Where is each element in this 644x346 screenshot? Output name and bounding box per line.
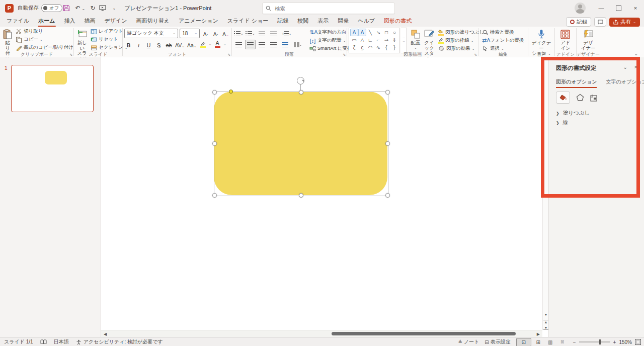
arrow-shape-icon[interactable]: ↘ (374, 29, 382, 36)
line-spacing-button[interactable]: ↕⌄ (280, 29, 294, 38)
triangle-shape-icon[interactable]: △ (358, 36, 366, 44)
decrease-indent-button[interactable] (257, 29, 267, 38)
reading-view-button[interactable]: ▥ (545, 338, 555, 346)
grow-font-button[interactable]: Aˆ (201, 29, 210, 37)
bullets-button[interactable]: ⌄ (233, 29, 244, 38)
shape-adjust-handle[interactable] (229, 90, 233, 94)
highlight-chevron-icon[interactable]: ⌄ (209, 42, 212, 46)
arrange-button[interactable]: 配置 ⌄ (409, 28, 422, 50)
notes-button[interactable]: ≜ ノート (458, 338, 479, 345)
right-brace-shape-icon[interactable]: } (390, 44, 398, 51)
zoom-in-button[interactable]: + (613, 339, 616, 345)
font-name-select[interactable]: 游ゴシック 本文 ⌄ (124, 29, 178, 38)
arc-shape-icon[interactable]: ◠ (366, 44, 374, 51)
oval-shape-icon[interactable]: ○ (390, 29, 398, 36)
comments-button[interactable] (594, 17, 606, 27)
find-replace-button[interactable]: 検索と置換 (481, 29, 525, 36)
font-color-button[interactable]: A (213, 40, 222, 48)
fill-section-header[interactable]: ❯ 塗りつぶし (556, 110, 590, 117)
bold-button[interactable]: B (124, 40, 133, 48)
copy-button[interactable]: コピー ⌄ (15, 36, 74, 43)
zoom-out-button[interactable]: − (573, 339, 576, 345)
collapse-ribbon-chevron-icon[interactable]: ⌄ (634, 51, 638, 56)
down-arrow-shape-icon[interactable]: ⇓ (390, 36, 398, 44)
align-left-button[interactable] (233, 40, 244, 49)
columns-button[interactable]: ⌄ (291, 40, 304, 49)
rectangle-shape-icon[interactable]: □ (382, 29, 390, 36)
redo-icon[interactable]: ↻ (87, 5, 98, 12)
save-icon[interactable] (63, 5, 74, 12)
align-center-button[interactable] (245, 40, 256, 49)
change-case-button[interactable]: Aa⌄ (187, 40, 197, 48)
italic-button[interactable]: I (134, 40, 143, 48)
resize-handle-top-right[interactable] (385, 90, 390, 95)
next-slide-icon[interactable]: ▼ (543, 326, 548, 330)
gallery-more-chevron-icon[interactable]: ⌄ (403, 38, 406, 43)
tab-record[interactable]: 記録 (273, 16, 293, 27)
tab-animations[interactable]: アニメーション (174, 16, 223, 27)
pane-tab-text-options[interactable]: 文字のオプション (606, 78, 644, 88)
numbering-button[interactable]: ⌄ (245, 29, 256, 38)
cut-button[interactable]: 切り取り (15, 28, 74, 35)
share-button[interactable]: 共有 ⌄ (609, 18, 640, 27)
undo-icon[interactable]: ↶⌄ (75, 5, 86, 12)
replace-fonts-button[interactable]: ⇄A フォントの置換 (481, 37, 525, 44)
shape-gallery-scroll[interactable]: ⌄ (401, 28, 407, 53)
fill-and-line-icon[interactable] (556, 92, 570, 104)
record-button[interactable]: 記録 (566, 17, 591, 27)
increase-indent-button[interactable] (268, 29, 279, 38)
text-box-vertical-icon[interactable]: A (358, 29, 366, 36)
normal-view-button[interactable]: ⊡ (516, 338, 531, 346)
tab-view[interactable]: 表示 (313, 16, 333, 27)
font-dialog-launcher-icon[interactable]: ⇘ (227, 53, 230, 57)
resize-handle-middle-right[interactable] (385, 141, 390, 146)
pane-close-icon[interactable]: × (634, 64, 637, 70)
tab-developer[interactable]: 開発 (333, 16, 353, 27)
accessibility-status[interactable]: アクセシビリティ: 検討が必要です (76, 338, 163, 345)
elbow-connector-icon[interactable]: ∟ (366, 36, 374, 44)
align-right-button[interactable] (257, 40, 267, 49)
fit-slide-to-window-icon[interactable] (635, 339, 641, 345)
tab-draw[interactable]: 描画 (80, 16, 100, 27)
powerpoint-logo-icon[interactable]: P (5, 4, 14, 13)
tab-transitions[interactable]: 画面切り替え (132, 16, 175, 27)
display-settings-button[interactable]: ⊟ 表示設定 (485, 338, 510, 345)
strikethrough-button[interactable]: ab (165, 40, 173, 48)
resize-handle-middle-left[interactable] (212, 141, 217, 146)
character-spacing-button[interactable]: AV⌄ (175, 40, 185, 48)
shrink-font-button[interactable]: Aˇ (211, 29, 220, 37)
tab-file[interactable]: ファイル (2, 16, 34, 27)
highlight-color-button[interactable] (199, 40, 207, 48)
slideshow-view-button[interactable]: ⌸ (557, 338, 568, 346)
autosave-toggle[interactable]: オフ (41, 4, 62, 12)
distribute-button[interactable] (280, 40, 290, 49)
designer-button[interactable]: デザ イナー (580, 28, 597, 52)
minimize-button[interactable]: — (593, 0, 610, 16)
autosave-control[interactable]: 自動保存 オフ (18, 4, 62, 12)
scroll-down-icon[interactable]: ▼ (543, 313, 548, 316)
close-button[interactable]: × (627, 0, 644, 16)
horizontal-scroll-thumb[interactable] (332, 332, 516, 335)
shape-gallery[interactable]: A A ╲ ↘ □ ○ ▭ △ ∟ ⌐ ⇒ ⇓ ζ ϛ ◠ ∿ { (349, 28, 400, 53)
clipboard-dialog-launcher-icon[interactable]: ⇘ (69, 53, 72, 57)
rounded-rectangle-shape-icon[interactable]: ▭ (350, 36, 358, 44)
horizontal-scrollbar[interactable]: ◀ ▶ (101, 330, 542, 337)
resize-handle-bottom-left[interactable] (212, 193, 217, 198)
size-properties-icon[interactable] (590, 94, 599, 102)
slide-canvas[interactable] (101, 57, 542, 330)
left-brace-shape-icon[interactable]: { (382, 44, 390, 51)
underline-button[interactable]: U (144, 40, 153, 48)
scribble-shape-icon[interactable]: ϛ (358, 44, 366, 51)
previous-slide-icon[interactable]: ▲ (543, 320, 548, 324)
curve-shape-icon[interactable]: ∿ (374, 44, 382, 51)
paragraph-dialog-launcher-icon[interactable]: ⇘ (343, 53, 346, 57)
zoom-slider-thumb[interactable] (599, 339, 601, 344)
pane-options-chevron-icon[interactable]: ⌄ (623, 64, 627, 70)
qat-customize-chevron-icon[interactable]: ⌄ (112, 6, 116, 11)
resize-handle-top-left[interactable] (212, 90, 217, 95)
right-arrow-shape-icon[interactable]: ⇒ (382, 36, 390, 44)
zoom-slider[interactable] (579, 341, 610, 342)
line-section-header[interactable]: ❯ 線 (556, 119, 568, 126)
search-box[interactable] (262, 3, 395, 14)
font-size-select[interactable]: 18 ⌄ (180, 29, 200, 38)
